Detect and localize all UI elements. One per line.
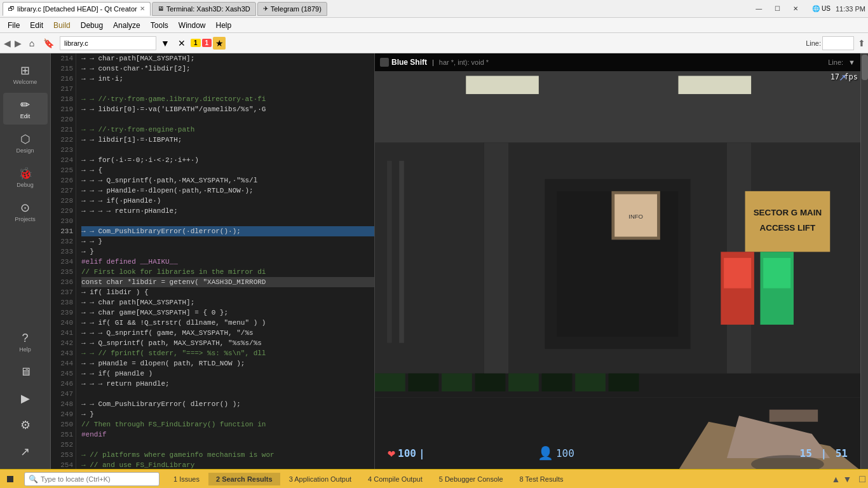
code-line[interactable]: → → //·try·from·engine·path (81, 125, 374, 135)
code-line[interactable] (81, 145, 374, 155)
sidebar-item-projects[interactable]: ⊙ Projects (3, 196, 48, 227)
line-navigate-icon[interactable]: ⬆ (858, 38, 865, 48)
bottom-tab-compile[interactable]: 4 Compile Output (360, 473, 430, 485)
menu-edit[interactable]: Edit (25, 18, 48, 32)
home-button[interactable]: ⌂ (24, 36, 39, 51)
code-line[interactable]: → → Q_snprintf( path, MAX_SYSPATH, "%s%s… (81, 338, 374, 348)
close-file-button[interactable]: ✕ (174, 36, 189, 51)
code-line[interactable]: → → //·try·from·game.library.directory·a… (81, 94, 374, 104)
bottom-tab-appout[interactable]: 3 Application Output (281, 473, 359, 485)
warning-badge[interactable]: 1 (191, 39, 201, 47)
file-path-input[interactable] (60, 36, 156, 50)
code-lines[interactable]: → → char·path[MAX_SYSPATH]; → → const·ch… (76, 53, 374, 469)
code-line[interactable]: → → libdir[1]·=·LIBPATH; (81, 135, 374, 145)
code-line[interactable]: → → Com_PushLibraryError(·dlerror()·); (81, 226, 374, 236)
code-line[interactable]: → } (81, 247, 374, 257)
code-line[interactable]: → → { (81, 165, 374, 175)
code-line[interactable]: → → Com_PushLibraryError( dlerror() ); (81, 399, 374, 409)
tab-qt-creator[interactable]: 🗗 library.c [Detached HEAD] - Qt Creator… (3, 2, 151, 16)
code-line[interactable]: → → } (81, 236, 374, 247)
search-input[interactable] (41, 475, 155, 483)
stop-button[interactable]: ⏹ (3, 473, 18, 485)
code-line[interactable]: #endif (81, 430, 374, 440)
tabs-up-button[interactable]: ▲ (832, 474, 841, 484)
code-line[interactable] (81, 84, 374, 94)
sidebar-item-edit[interactable]: ✏ Edit (3, 93, 48, 125)
code-line[interactable]: → → libdir[0]·=·va('LIBPATH"/gamelibs/%s… (81, 104, 374, 114)
menu-help[interactable]: Help (211, 18, 237, 32)
bottom-tab-search[interactable]: 2 Search Results (208, 473, 280, 485)
tabs-down-button[interactable]: ▼ (843, 474, 851, 484)
code-line[interactable] (81, 114, 374, 125)
minimize-button[interactable]: — (752, 4, 766, 13)
sidebar-item-design[interactable]: ⬡ Design (3, 127, 48, 159)
code-line[interactable]: → → for(·i·=·0;·i·<·2;·i++·) (81, 155, 374, 165)
code-line[interactable]: → → pHandle = dlopen( path, RTLD_NOW ); (81, 358, 374, 369)
code-line[interactable]: → → → Q_snprintf( game, MAX_SYSPATH, "/%… (81, 328, 374, 338)
code-line[interactable] (81, 440, 374, 450)
code-line[interactable]: → } (81, 409, 374, 419)
bookmark-button[interactable]: 🔖 (41, 36, 56, 51)
maximize-button[interactable]: ☐ (771, 4, 784, 13)
code-line[interactable] (81, 389, 374, 399)
health-value: 100 (398, 447, 416, 459)
code-line[interactable]: const char *libdir = getenv( "XASH3D_MIR… (81, 277, 374, 287)
code-line[interactable]: → if( libdir ) { (81, 287, 374, 297)
menu-file[interactable]: File (3, 18, 25, 32)
scrollbar-thumb[interactable] (862, 55, 868, 80)
menu-build[interactable]: Build (48, 18, 76, 32)
tab-telegram[interactable]: ✈ Telegram (1879) (257, 2, 327, 16)
tab-close-qt[interactable]: ✕ (140, 5, 145, 12)
sidebar-item-monitor[interactable]: 🖥 (3, 360, 48, 384)
code-line[interactable]: → → char game[MAX_SYSPATH] = { 0 }; (81, 308, 374, 318)
main-layout: ⊞ Welcome ✏ Edit ⬡ Design 🐞 Debug ⊙ Proj… (0, 53, 868, 469)
line-number-input[interactable] (822, 36, 854, 50)
ammo-reserve: 51 (836, 447, 848, 459)
code-line[interactable]: → → const·char·*libdir[2]; (81, 64, 374, 74)
sidebar-item-run[interactable]: ▶ (3, 386, 48, 410)
code-line[interactable]: → → int·i; (81, 74, 374, 84)
code-line[interactable]: → → char path[MAX_SYSPATH]; (81, 297, 374, 308)
sidebar-item-welcome[interactable]: ⊞ Welcome (3, 58, 48, 90)
code-line[interactable]: → → if( GI && !Q_strstr( dllname, "menu"… (81, 318, 374, 328)
sidebar-projects-label: Projects (15, 216, 36, 222)
bookmark-star-button[interactable]: ★ (213, 37, 226, 50)
tab-terminal[interactable]: 🖥 Terminal: Xash3D: Xash3D (152, 2, 256, 16)
code-line[interactable]: → → → return pHandle; (81, 379, 374, 389)
code-line[interactable]: #elif defined __HAIKU__ (81, 257, 374, 267)
code-line[interactable]: → → char·path[MAX_SYSPATH]; (81, 53, 374, 64)
sidebar-item-settings[interactable]: ⚙ (3, 413, 48, 437)
code-line[interactable]: // Then through FS_FindLibrary() functio… (81, 419, 374, 430)
bottom-tab-issues[interactable]: 1 Issues (166, 473, 207, 485)
bottom-tab-test[interactable]: 8 Test Results (512, 473, 571, 485)
menu-analyze[interactable]: Analyze (108, 18, 146, 32)
close-button[interactable]: ✕ (789, 4, 802, 13)
menu-window[interactable]: Window (173, 18, 211, 32)
error-badge[interactable]: 1 (202, 39, 212, 47)
sidebar-item-expand[interactable]: ↗ (3, 440, 48, 464)
code-line[interactable]: // First look for libraries in the mirro… (81, 267, 374, 277)
sidebar-item-debug[interactable]: 🐞 Debug (3, 161, 48, 193)
game-dropdown-button[interactable]: ▼ (848, 58, 855, 66)
code-line[interactable]: → → // fprintf( stderr, "===> %s: %s\n",… (81, 348, 374, 358)
back-button[interactable]: ◀ (3, 38, 12, 48)
code-line[interactable]: → // and use FS_FindLibrary (81, 460, 374, 469)
code-line[interactable]: → → → pHandle·=·dlopen(·path,·RTLD_NOW·)… (81, 186, 374, 196)
sidebar-item-help[interactable]: ? Help (3, 327, 48, 358)
code-line[interactable]: → → → → return·pHandle; (81, 206, 374, 216)
bottom-tab-debugger[interactable]: 5 Debugger Console (431, 473, 511, 485)
code-line[interactable]: → → if( pHandle ) (81, 369, 374, 379)
menu-debug[interactable]: Debug (76, 18, 108, 32)
code-line[interactable]: → // platforms where gameinfo mechanism … (81, 450, 374, 460)
file-dropdown-button[interactable]: ▼ (158, 36, 173, 51)
menu-tools[interactable]: Tools (146, 18, 173, 32)
code-content: 2142152162172182192202212222232242252262… (51, 53, 374, 469)
sidebar-welcome-label: Welcome (13, 79, 37, 85)
code-line[interactable] (81, 216, 374, 226)
code-line[interactable]: → → → Q_snprintf(·path,·MAX_SYSPATH,·"%s… (81, 175, 374, 186)
forward-button[interactable]: ▶ (13, 38, 23, 48)
code-line[interactable]: → → → if(·pHandle·) (81, 196, 374, 206)
search-bar[interactable]: 🔍 (24, 472, 159, 486)
right-scrollbar[interactable] (860, 53, 868, 469)
maximize-panel-button[interactable]: □ (859, 473, 865, 485)
